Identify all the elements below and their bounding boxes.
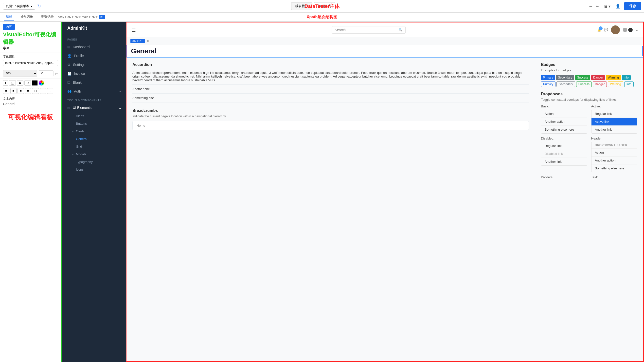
sidebar-section-pages: Pages [62,35,126,43]
resize-handle[interactable] [642,46,644,56]
sidebar-item-auth[interactable]: 👥 Auth ▾ [62,87,126,96]
col-right: Badges Examples for badges. Primary Seco… [535,58,643,186]
align-left-button[interactable]: ≡ [3,88,9,94]
page-selector[interactable]: 页面1 / 实验版本 ▾ [3,3,35,10]
accordion-item-3[interactable]: Something else [132,94,529,102]
strikethrough-button[interactable]: U [24,80,31,86]
sidebar-sub-icons[interactable]: → Icons [71,166,126,173]
sidebar-item-ui-elements[interactable]: ⊞ UI Elements ▴ [62,103,126,112]
sidebar-sub-general[interactable]: → General [71,135,126,143]
dropdowns-title: Dropdowns [541,92,637,96]
dropdown-basic-item-2[interactable]: Another action [541,118,587,126]
badge-primary-1: Primary [541,75,555,80]
color-swatch[interactable] [32,80,38,86]
dropdown-basic-item-1[interactable]: Action [541,110,587,118]
color-picker[interactable] [39,80,44,86]
tab-operations[interactable]: 操作记录 [18,13,35,21]
dropdown-active-item-1[interactable]: Regular link [592,110,637,118]
sidebar-sub-grid[interactable]: → Grid [71,143,126,150]
notification-icon[interactable]: 🔔 4 [597,28,601,32]
dropdown-header-item-3[interactable]: Something else here [592,164,637,172]
dropdown-dividers-label: Dividers: [541,175,587,179]
badge-warning-2: Warning [608,81,623,87]
page-heading: General [131,47,639,55]
sidebar-item-settings[interactable]: ⚙ Settings [62,60,126,69]
display-button[interactable]: 🖥 ▾ [602,3,612,10]
content-tab[interactable]: 内容 [3,24,15,30]
label-modals: Modals [76,152,86,156]
align-right-button[interactable]: ≡ [18,88,24,94]
font-size-input[interactable] [39,70,54,76]
tab-edit[interactable]: 编辑 [4,13,14,21]
user-avatar[interactable] [611,26,620,34]
heading-button[interactable]: H [32,88,39,94]
badge-primary-2: Primary [541,81,556,87]
dropdown-disabled-item-1[interactable]: Regular link [541,142,587,150]
badge-secondary-2: Secondary [556,81,575,87]
search-icon: 🔍 [398,28,402,32]
col-left: Accordion Anim pariatur cliche reprehend… [126,58,535,186]
refresh-button[interactable]: ↻ [37,4,41,9]
accordion-title: Accordion [132,63,529,67]
main-layout: 内容 VisualEditor可视化编辑器 字体 字体属性 400 px I U… [0,22,644,362]
dropdown-disabled-item-3[interactable]: Another link [541,158,587,165]
user-icon[interactable]: 👤 [614,3,621,10]
sidebar-sub-buttons[interactable]: → Buttons [71,120,126,127]
dropdown-active-item-3[interactable]: Another link [592,126,637,133]
selected-close[interactable]: × [147,39,149,43]
dropdown-basic-item-3[interactable]: Something else here [541,126,587,133]
hamburger-icon[interactable]: ☰ [132,27,136,33]
label-buttons: Buttons [76,122,87,125]
breadcrumb-home: Home [136,124,145,127]
save-button[interactable]: 保存 [624,2,641,10]
accordion-item3-label: Something else [132,96,529,100]
font-attr-section: 字体属性 [0,53,61,68]
label-general: General [76,137,87,141]
badge-success-2: Success [576,81,592,87]
sidebar-sub-cards[interactable]: → Cards [71,127,126,135]
dropdown-header-item-2[interactable]: Another action [592,156,637,164]
sidebar-item-profile[interactable]: 👤 Profile [62,51,126,60]
accordion-section: Accordion Anim pariatur cliche reprehend… [132,63,529,102]
badge-danger-2: Danger [593,81,607,87]
dropdown-active-item-2[interactable]: Active link [592,118,637,126]
sidebar-sub-typography[interactable]: → Typography [71,158,126,166]
xpath-path: body > div > div > main > div > h1 [58,15,105,19]
dropdown-header-item-1[interactable]: Action [592,149,637,156]
font-weight-select[interactable]: 400 [3,70,37,77]
sidebar-item-blank[interactable]: ☐ Blank [62,78,126,87]
content-header: ☰ 🔍 🔔 4 💬 ⌄ [126,23,643,37]
left-panel-header: 内容 VisualEditor可视化编辑器 字体 [0,22,61,53]
font-family-input[interactable] [3,60,58,66]
sidebar-sub-alerts[interactable]: → Alerts [71,112,126,120]
dropdown-active-label: Active: [591,104,638,108]
xpath-path-text: body > div > div > main > div > [58,15,98,19]
align-justify-button[interactable]: ≡ [25,88,31,94]
add-button[interactable]: + [40,88,46,94]
redo-button[interactable]: ↪ [594,3,600,10]
auth-chevron: ▾ [119,90,121,93]
sidebar-sub-modals[interactable]: → Modals [71,150,126,158]
decrease-button[interactable]: ↓ [47,88,53,94]
tab-selection[interactable]: 圈选记录 [39,13,56,21]
accordion-item-2[interactable]: Another one [132,85,529,94]
top-bar-right: ↩ ↪ 🖥 ▾ 👤 保存 [588,2,641,10]
dropdown-text-label: Text: [591,175,638,179]
align-center-button[interactable]: ≡ [10,88,17,94]
expand-icon[interactable]: ⌄ [636,28,638,32]
bold-button[interactable]: I [3,80,8,86]
chat-icon[interactable]: 💬 [604,28,608,32]
undo-button[interactable]: ↩ [588,3,594,10]
underline-button[interactable]: U [9,80,16,86]
sidebar-label-blank: Blank [73,81,82,84]
arrow-typography: → [71,160,74,163]
bold-button2[interactable]: U [17,80,24,86]
sidebar-item-dashboard[interactable]: ⊞ Dashboard [62,43,126,51]
sidebar-item-invoice[interactable]: 🧾 Invoice [62,69,126,78]
dropdown-col-dividers: Dividers: [541,175,587,180]
search-input[interactable] [335,28,396,32]
label-grid: Grid [76,145,82,148]
color-dots [623,28,633,32]
accordion-body-text: Anim pariatur cliche reprehenderit, enim… [132,71,529,82]
font-size-section: 400 px [0,68,61,79]
